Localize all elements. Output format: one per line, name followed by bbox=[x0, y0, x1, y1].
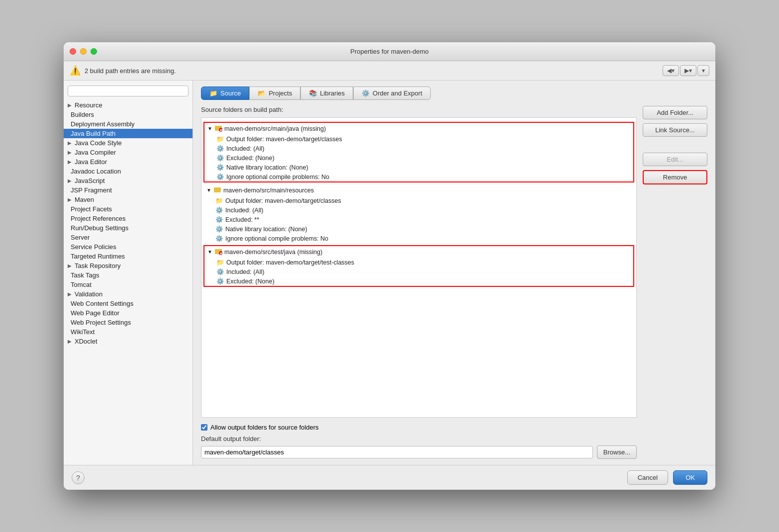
sidebar-item-label: Resource bbox=[75, 101, 102, 109]
arrow-icon: ▶ bbox=[68, 339, 72, 344]
tab-libraries[interactable]: 📚 Libraries bbox=[300, 87, 353, 100]
traffic-lights bbox=[70, 48, 97, 55]
sidebar-item-label: Deployment Assembly bbox=[71, 120, 135, 128]
tree-item-text: Included: (All) bbox=[225, 207, 631, 214]
sidebar-item-label: Java Compiler bbox=[75, 149, 116, 156]
sidebar-item-targeted-runtimes[interactable]: Targeted Runtimes bbox=[64, 252, 193, 261]
tab-source[interactable]: 📁 Source bbox=[201, 87, 249, 100]
sidebar-item-tomcat[interactable]: Tomcat bbox=[64, 280, 193, 289]
back-button[interactable]: ◀▾ bbox=[663, 65, 679, 76]
tree-row[interactable]: ⚙️ Included: (All) bbox=[204, 267, 633, 276]
config-icon: ⚙️ bbox=[215, 235, 223, 242]
close-button[interactable] bbox=[70, 48, 76, 55]
tree-row[interactable]: ▼ ✕ maven-d bbox=[204, 246, 633, 258]
output-folder-icon: 📁 bbox=[216, 259, 224, 266]
libraries-tab-icon: 📚 bbox=[309, 89, 317, 97]
config-icon: ⚙️ bbox=[216, 277, 224, 285]
config-icon: ⚙️ bbox=[216, 268, 224, 275]
sidebar-item-wikitext[interactable]: WikiText bbox=[64, 327, 193, 337]
maximize-button[interactable] bbox=[91, 48, 97, 55]
source-panel: Source folders on build path: ▼ bbox=[201, 106, 637, 459]
output-folder-input[interactable] bbox=[201, 446, 593, 458]
forward-button[interactable]: ▶▾ bbox=[680, 65, 696, 76]
sidebar-item-label: Web Page Editor bbox=[71, 309, 119, 317]
tab-order-and-export[interactable]: ⚙️ Order and Export bbox=[353, 87, 431, 100]
browse-button[interactable]: Browse... bbox=[597, 445, 637, 459]
sidebar-search-container bbox=[64, 84, 193, 100]
sidebar-item-validation[interactable]: ▶ Validation bbox=[64, 289, 193, 299]
sidebar-item-label: Javadoc Location bbox=[71, 168, 121, 175]
sidebar-item-jsp-fragment[interactable]: JSP Fragment bbox=[64, 185, 193, 195]
checkbox-row: Allow output folders for source folders bbox=[201, 424, 637, 431]
sidebar-item-project-references[interactable]: Project References bbox=[64, 214, 193, 223]
sidebar-item-resource[interactable]: ▶ Resource bbox=[64, 100, 193, 110]
tree-row[interactable]: ⚙️ Excluded: (None) bbox=[204, 153, 633, 163]
link-source-button[interactable]: Link Source... bbox=[643, 123, 707, 137]
tree-row[interactable]: ⚙️ Excluded: ** bbox=[203, 215, 634, 224]
sidebar-item-web-project-settings[interactable]: Web Project Settings bbox=[64, 318, 193, 327]
allow-output-checkbox[interactable] bbox=[201, 424, 207, 431]
tree-row[interactable]: ⚙️ Native library location: (None) bbox=[204, 163, 633, 172]
minimize-button[interactable] bbox=[80, 48, 87, 55]
sidebar-item-task-tags[interactable]: Task Tags bbox=[64, 270, 193, 280]
sidebar-item-label: WikiText bbox=[71, 328, 95, 336]
ok-button[interactable]: OK bbox=[673, 470, 707, 485]
tree-container: ▼ ✕ maven-d bbox=[201, 117, 637, 418]
remove-button[interactable]: Remove bbox=[643, 170, 707, 184]
tree-item-text: maven-demo/src/main/java (missing) bbox=[224, 125, 630, 132]
titlebar: Properties for maven-demo bbox=[64, 42, 715, 61]
edit-button[interactable]: Edit... bbox=[643, 153, 707, 166]
tree-row[interactable]: ⚙️ Included: (All) bbox=[204, 144, 633, 153]
tree-row[interactable]: ⚙️ Ignore optional compile problems: No bbox=[204, 172, 633, 181]
tab-label: Source bbox=[220, 89, 241, 97]
tree-row[interactable]: 📁 Output folder: maven-demo/target/class… bbox=[203, 196, 634, 205]
sidebar-item-javadoc-location[interactable]: Javadoc Location bbox=[64, 167, 193, 176]
tree-row[interactable]: 📁 Output folder: maven-demo/target/class… bbox=[204, 134, 633, 144]
sidebar-item-web-content-settings[interactable]: Web Content Settings bbox=[64, 299, 193, 308]
tree-row[interactable]: ⚙️ Ignore optional compile problems: No bbox=[203, 234, 634, 243]
config-icon: ⚙️ bbox=[215, 206, 223, 214]
help-button[interactable]: ? bbox=[72, 471, 85, 484]
buttons-panel: Add Folder... Link Source... Edit... Rem… bbox=[643, 106, 707, 459]
cancel-button[interactable]: Cancel bbox=[627, 470, 668, 485]
config-icon: ⚙️ bbox=[216, 154, 224, 162]
sidebar-item-java-compiler[interactable]: ▶ Java Compiler bbox=[64, 148, 193, 157]
sidebar-item-service-policies[interactable]: Service Policies bbox=[64, 242, 193, 252]
tree-row[interactable]: ⚙️ Native library location: (None) bbox=[203, 224, 634, 234]
sidebar-item-label: XDoclet bbox=[75, 338, 97, 345]
tree-row[interactable]: 📁 Output folder: maven-demo/target/test-… bbox=[204, 258, 633, 267]
projects-tab-icon: 📂 bbox=[258, 89, 266, 97]
sidebar-item-java-code-style[interactable]: ▶ Java Code Style bbox=[64, 138, 193, 148]
tree-row[interactable]: ⚙️ Excluded: (None) bbox=[204, 276, 633, 286]
output-folder-label: Default output folder: bbox=[201, 435, 637, 443]
sidebar-item-project-facets[interactable]: Project Facets bbox=[64, 204, 193, 214]
tree-item-text: Included: (All) bbox=[226, 145, 630, 152]
sidebar-item-run-debug-settings[interactable]: Run/Debug Settings bbox=[64, 223, 193, 233]
window-footer: ? Cancel OK bbox=[64, 465, 715, 490]
config-icon: ⚙️ bbox=[216, 173, 224, 180]
tree-item-text: Output folder: maven-demo/target/classes bbox=[226, 136, 630, 143]
sidebar-item-server[interactable]: Server bbox=[64, 233, 193, 242]
sidebar-item-xdoclet[interactable]: ▶ XDoclet bbox=[64, 337, 193, 346]
tree-row[interactable]: ▼ ✕ maven-d bbox=[204, 123, 633, 134]
sidebar-search-input[interactable] bbox=[68, 86, 189, 96]
sidebar-item-deployment-assembly[interactable]: Deployment Assembly bbox=[64, 119, 193, 129]
sidebar-item-java-build-path[interactable]: Java Build Path bbox=[64, 129, 193, 138]
menu-button[interactable]: ▾ bbox=[697, 65, 709, 76]
sidebar-item-builders[interactable]: Builders bbox=[64, 110, 193, 119]
sidebar-item-task-repository[interactable]: ▶ Task Repository bbox=[64, 261, 193, 270]
tab-label: Projects bbox=[269, 89, 292, 97]
svg-text:✕: ✕ bbox=[219, 252, 222, 256]
tree-group-1: ▼ ✕ maven-d bbox=[203, 122, 634, 182]
tab-projects[interactable]: 📂 Projects bbox=[249, 87, 300, 100]
tree-row[interactable]: ▼ maven-demo/src/main/resources bbox=[203, 184, 634, 196]
tree-row[interactable]: ⚙️ Included: (All) bbox=[203, 205, 634, 215]
arrow-icon: ▶ bbox=[68, 291, 72, 297]
sidebar-item-maven[interactable]: ▶ Maven bbox=[64, 195, 193, 204]
sidebar-item-web-page-editor[interactable]: Web Page Editor bbox=[64, 308, 193, 318]
tree-item-text: maven-demo/src/main/resources bbox=[223, 187, 631, 194]
sidebar-item-javascript[interactable]: ▶ JavaScript bbox=[64, 176, 193, 185]
sidebar-item-java-editor[interactable]: ▶ Java Editor bbox=[64, 157, 193, 167]
add-folder-button[interactable]: Add Folder... bbox=[643, 106, 707, 119]
window-body: ⚠️ 2 build path entries are missing. ◀▾ … bbox=[64, 61, 715, 490]
